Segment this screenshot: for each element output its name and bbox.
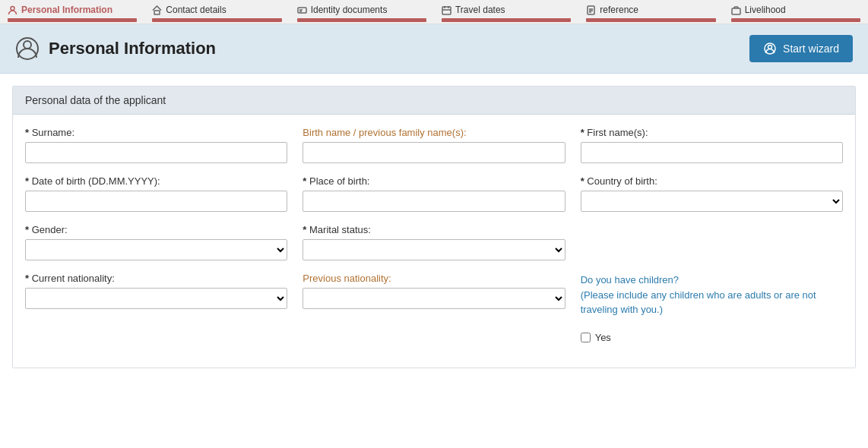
form-row-4: Current nationality: Previous nationalit… <box>25 273 843 343</box>
surname-label: Surname: <box>25 127 287 138</box>
svg-rect-1 <box>154 11 160 14</box>
start-wizard-label: Start wizard <box>783 43 839 55</box>
calendar-icon <box>442 5 451 15</box>
form-row-1: Surname: Birth name / previous family na… <box>25 127 843 163</box>
form-row-2: Date of birth (DD.MM.YYYY): Place of bir… <box>25 175 843 212</box>
form-body: Surname: Birth name / previous family na… <box>13 115 855 368</box>
page-person-icon <box>15 36 40 61</box>
tab-bar-travel-dates <box>442 18 571 22</box>
birth-name-label: Birth name / previous family name(s): <box>303 127 565 138</box>
tab-bar-contact-details <box>152 18 281 22</box>
start-wizard-button[interactable]: Start wizard <box>749 35 853 62</box>
page-header-left: Personal Information <box>15 36 216 61</box>
wizard-icon <box>763 42 777 55</box>
first-name-col: First name(s): <box>581 127 843 163</box>
current-nationality-label: Current nationality: <box>25 273 287 284</box>
place-of-birth-input[interactable] <box>303 191 565 212</box>
tab-identity-documents[interactable]: Identity documents <box>290 0 434 24</box>
previous-nationality-select[interactable] <box>303 288 565 309</box>
place-of-birth-col: Place of birth: <box>303 175 565 212</box>
svg-point-15 <box>24 41 31 49</box>
current-nationality-col: Current nationality: <box>25 273 287 343</box>
svg-point-0 <box>11 6 14 10</box>
marital-status-label: Marital status: <box>303 224 565 235</box>
marital-status-col: Marital status: Single Married Divorced … <box>303 224 565 260</box>
tab-contact-details-label: Contact details <box>166 5 226 15</box>
birth-name-input[interactable] <box>303 142 565 163</box>
tab-reference-label: reference <box>600 5 638 15</box>
tab-personal-information[interactable]: Personal Information <box>0 0 144 24</box>
country-of-birth-select[interactable] <box>581 191 843 212</box>
top-navigation: Personal Information Contact details Ide… <box>0 0 868 24</box>
current-nationality-select[interactable] <box>25 288 287 309</box>
country-of-birth-label: Country of birth: <box>581 175 843 187</box>
marital-status-select[interactable]: Single Married Divorced Widowed <box>303 239 565 260</box>
children-note: (Please include any children who are adu… <box>581 289 816 316</box>
dob-label: Date of birth (DD.MM.YYYY): <box>25 175 287 187</box>
birth-name-col: Birth name / previous family name(s): <box>303 127 565 163</box>
empty-col-3 <box>581 224 843 260</box>
children-col: Do you have children? (Please include an… <box>581 273 843 343</box>
tab-bar-personal-information <box>8 18 137 22</box>
tab-reference[interactable]: reference <box>578 0 723 24</box>
briefcase-icon <box>731 5 741 15</box>
person-icon <box>8 5 17 15</box>
children-yes-row: Yes <box>581 332 843 343</box>
document-icon <box>586 5 596 15</box>
tab-livelihood-label: Livelihood <box>745 5 786 15</box>
surname-input[interactable] <box>25 142 287 163</box>
tab-bar-livelihood <box>731 18 860 22</box>
page-title: Personal Information <box>49 39 216 58</box>
tab-personal-information-label: Personal Information <box>21 5 112 15</box>
surname-col: Surname: <box>25 127 287 163</box>
tab-travel-dates-label: Travel dates <box>455 5 505 15</box>
gender-select[interactable]: Male Female Other <box>25 239 287 260</box>
tab-travel-dates[interactable]: Travel dates <box>434 0 578 24</box>
children-question: Do you have children? <box>581 274 679 286</box>
first-name-input[interactable] <box>581 142 843 163</box>
children-yes-checkbox[interactable] <box>581 333 591 342</box>
home-icon <box>152 5 162 15</box>
dob-col: Date of birth (DD.MM.YYYY): <box>25 175 287 212</box>
children-yes-label: Yes <box>595 332 611 343</box>
gender-col: Gender: Male Female Other <box>25 224 287 260</box>
place-of-birth-label: Place of birth: <box>303 175 565 187</box>
previous-nationality-label: Previous nationality: <box>303 273 565 284</box>
tab-contact-details[interactable]: Contact details <box>144 0 289 24</box>
tab-identity-documents-label: Identity documents <box>311 5 388 15</box>
form-row-3: Gender: Male Female Other Marital status… <box>25 224 843 260</box>
tab-bar-reference <box>586 18 715 22</box>
country-of-birth-col: Country of birth: <box>581 175 843 212</box>
gender-label: Gender: <box>25 224 287 235</box>
id-icon <box>297 5 307 15</box>
svg-rect-13 <box>732 8 740 14</box>
tab-bar-identity-documents <box>297 18 426 22</box>
personal-data-section: Personal data of the applicant Surname: … <box>12 86 856 368</box>
page-header: Personal Information Start wizard <box>0 24 868 74</box>
form-section-title: Personal data of the applicant <box>13 87 855 115</box>
children-text: Do you have children? (Please include an… <box>581 273 843 317</box>
svg-rect-5 <box>442 7 451 14</box>
dob-input[interactable] <box>25 191 287 212</box>
tab-livelihood[interactable]: Livelihood <box>724 0 868 24</box>
previous-nationality-col: Previous nationality: <box>303 273 565 343</box>
first-name-label: First name(s): <box>581 127 843 138</box>
